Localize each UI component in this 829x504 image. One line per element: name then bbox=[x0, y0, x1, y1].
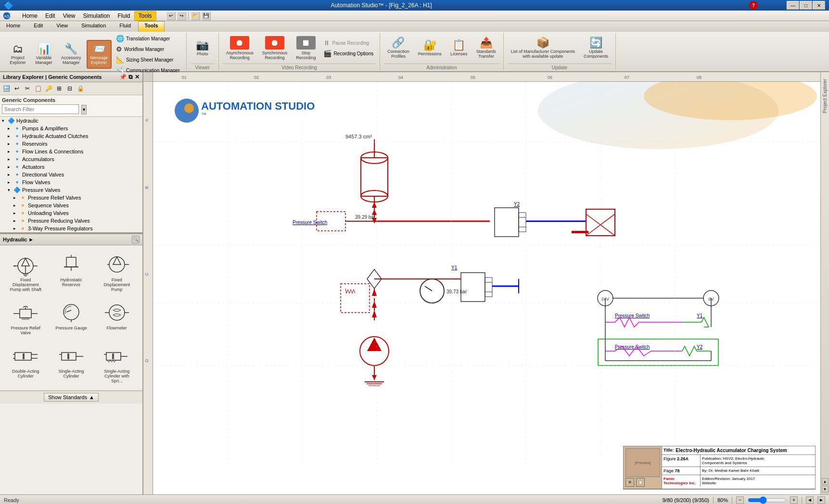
svg-text:39.29 bar: 39.29 bar bbox=[355, 214, 376, 220]
component-flowmeter[interactable]: Flowmeter bbox=[96, 298, 138, 338]
component-spring-cylinder[interactable]: Single-ActingCylinder with Spri... bbox=[96, 341, 138, 386]
library-close-icon[interactable]: ✕ bbox=[135, 74, 140, 80]
recording-options-btn[interactable]: 🎬 Recording Options bbox=[321, 49, 376, 58]
search-input[interactable] bbox=[2, 104, 79, 114]
svg-rect-80 bbox=[495, 208, 519, 237]
menu-home[interactable]: Home bbox=[18, 12, 41, 20]
message-explorer-btn[interactable]: 📨 MessageExplorer bbox=[87, 40, 112, 69]
scroll-up-btn[interactable]: ▲ bbox=[822, 478, 829, 485]
stop-recording-btn[interactable]: ⏹ StopRecording bbox=[293, 34, 319, 63]
tree-item-flow-valves[interactable]: ▸ 🔹 Flow Valves bbox=[0, 178, 142, 186]
statusbar: Ready 9/80 (9/200) (9/350) 80% − + ◄ ► bbox=[0, 494, 829, 504]
component-pressure-relief-valve[interactable]: Pressure ReliefValve bbox=[5, 298, 47, 338]
zoom-out-btn[interactable]: − bbox=[736, 496, 744, 504]
tree-item-clutches[interactable]: ▸ 🔹 Hydraulic Actuated Clutches bbox=[0, 132, 142, 140]
svg-point-30 bbox=[109, 305, 125, 320]
standards-transfer-btn[interactable]: 📤 StandardsTransfer bbox=[473, 34, 499, 63]
library-pin-icon[interactable]: 📌 bbox=[119, 74, 127, 80]
translation-manager-btn[interactable]: 🌐 Translation Manager bbox=[114, 34, 182, 43]
lib-btn-8[interactable]: 🔒 bbox=[76, 84, 85, 93]
lib-btn-6[interactable]: ⊞ bbox=[54, 84, 64, 93]
permissions-btn[interactable]: 🔐 Permissions bbox=[415, 34, 445, 63]
photo-btn[interactable]: 📷 Photo bbox=[191, 34, 215, 63]
tree-item-reducing[interactable]: ▸ 🔸 Pressure Reducing Valves bbox=[0, 217, 142, 225]
lib-btn-4[interactable]: 📋 bbox=[33, 84, 43, 93]
menu-edit[interactable]: Edit bbox=[41, 12, 59, 20]
tree-item-pumps[interactable]: ▸ 🔹 Pumps & Amplifiers bbox=[0, 125, 142, 132]
svg-text:AS: AS bbox=[4, 14, 10, 19]
redo-btn[interactable]: ↪ bbox=[177, 12, 186, 20]
tree-item-pressure-valves[interactable]: ▾ 🔷 Pressure Valves bbox=[0, 186, 142, 194]
tree-item-directional[interactable]: ▸ 🔹 Directional Valves bbox=[0, 171, 142, 178]
tree-item-sequence[interactable]: ▸ 🔸 Sequence Valves bbox=[0, 202, 142, 209]
undo-btn[interactable]: ↩ bbox=[166, 12, 176, 20]
component-double-cylinder[interactable]: Double-ActingCylinder bbox=[5, 341, 47, 386]
tree-item-unloading[interactable]: ▸ 🔸 Unloading Valves bbox=[0, 209, 142, 217]
lib-btn-5[interactable]: 🔑 bbox=[44, 84, 53, 93]
svg-rect-89 bbox=[572, 231, 588, 233]
lib-btn-2[interactable]: ↩ bbox=[12, 84, 22, 93]
project-explorer-btn[interactable]: 🗂 ProjectExplorer bbox=[6, 40, 30, 69]
update-components-btn[interactable]: 🔄 UpdateComponents bbox=[580, 34, 612, 63]
tab-simulation[interactable]: Simulation bbox=[75, 21, 112, 32]
ribbon-group-administration: 🔗 ConnectionProfiles 🔐 Permissions 📋 Lic… bbox=[380, 33, 504, 70]
tab-edit[interactable]: Edit bbox=[27, 21, 49, 32]
svg-rect-92 bbox=[485, 277, 492, 297]
menu-tools[interactable]: Tools bbox=[134, 11, 156, 21]
component-hydrostatic-reservoir[interactable]: HydrostaticReservoir bbox=[51, 250, 92, 294]
scroll-down-btn[interactable]: ▼ bbox=[822, 486, 829, 492]
scroll-right-btn[interactable]: ► bbox=[817, 496, 825, 504]
lib-btn-7[interactable]: ⊟ bbox=[65, 84, 75, 93]
tree-item-hydraulic[interactable]: ▾ 🔷 Hydraulic bbox=[0, 117, 142, 125]
licenses-btn[interactable]: 📋 Licenses bbox=[447, 34, 471, 63]
sizing-sheet-manager-btn[interactable]: 📐 Sizing Sheet Manager bbox=[114, 55, 182, 64]
connection-profiles-btn[interactable]: 🔗 ConnectionProfiles bbox=[384, 34, 413, 63]
maximize-btn[interactable]: □ bbox=[800, 1, 812, 10]
sync-recording-btn[interactable]: ⏺ SynchronousRecording bbox=[259, 34, 291, 63]
zoom-in-btn[interactable]: + bbox=[790, 496, 798, 504]
title-text: Automation Studio™ - [Fig_2_26A : H1] bbox=[13, 2, 749, 9]
menu-fluid[interactable]: Fluid bbox=[114, 12, 134, 20]
component-pressure-gauge[interactable]: Pressure Gauge bbox=[51, 298, 92, 338]
tab-tools[interactable]: Tools bbox=[138, 21, 165, 32]
svg-text:01: 01 bbox=[182, 75, 187, 80]
svg-text:Y2: Y2 bbox=[697, 344, 703, 350]
component-fixed-pump-shaft[interactable]: Fixed DisplacementPump with Shaft bbox=[5, 250, 47, 294]
save-btn[interactable]: 💾 bbox=[201, 12, 211, 20]
svg-marker-108 bbox=[367, 338, 382, 351]
tree-item-accumulators[interactable]: ▸ 🔹 Accumulators bbox=[0, 155, 142, 163]
show-standards-btn[interactable]: Show Standards ▲ bbox=[44, 393, 99, 402]
accessory-manager-btn[interactable]: 🔧 AccessoryManager bbox=[58, 40, 85, 69]
variable-manager-btn[interactable]: 📊 VariableManager bbox=[32, 40, 56, 69]
svg-text:05: 05 bbox=[471, 75, 475, 80]
right-panel-label[interactable]: Project Explorer bbox=[820, 77, 829, 115]
workflow-manager-btn[interactable]: ⚙ Workflow Manager bbox=[114, 44, 182, 54]
search-options-btn[interactable]: ▼ bbox=[81, 105, 87, 114]
menu-simulation[interactable]: Simulation bbox=[79, 12, 114, 20]
menu-view[interactable]: View bbox=[59, 12, 79, 20]
scroll-left-btn[interactable]: ◄ bbox=[806, 496, 814, 504]
zoom-slider[interactable] bbox=[748, 497, 786, 503]
async-recording-btn[interactable]: ⏺ AsynchronousRecording bbox=[223, 34, 257, 63]
tab-fluid[interactable]: Fluid bbox=[113, 21, 137, 32]
component-fixed-pump[interactable]: Fixed DisplacementPump bbox=[96, 250, 138, 294]
lib-btn-3[interactable]: ✂ bbox=[23, 84, 32, 93]
search-in-section-btn[interactable]: 🔍 bbox=[132, 236, 140, 243]
tree-item-reservoirs[interactable]: ▸ 🔹 Reservoirs bbox=[0, 140, 142, 148]
diagram-canvas[interactable]: AUTOMATION STUDIO ™ 9457.3 cm³ bbox=[153, 82, 820, 494]
lib-btn-1[interactable]: 🔙 bbox=[1, 84, 11, 93]
tree-item-relief[interactable]: ▸ 🔸 Pressure Relief Valves bbox=[0, 194, 142, 202]
tab-home[interactable]: Home bbox=[0, 21, 26, 32]
component-single-cylinder[interactable]: Single-ActingCylinder bbox=[51, 341, 92, 386]
tab-view[interactable]: View bbox=[50, 21, 74, 32]
library-float-icon[interactable]: ⧉ bbox=[128, 74, 133, 80]
minimize-btn[interactable]: — bbox=[787, 1, 799, 10]
svg-rect-38 bbox=[23, 353, 25, 359]
tree-item-flow-lines[interactable]: ▸ 🔹 Flow Lines & Connections bbox=[0, 148, 142, 155]
close-btn[interactable]: ✕ bbox=[813, 1, 825, 10]
tree-item-actuators[interactable]: ▸ 🔹 Actuators bbox=[0, 163, 142, 171]
open-btn[interactable]: 📂 bbox=[191, 12, 200, 20]
list-manufacturer-btn[interactable]: 📦 List of Manufacturer Componentswith av… bbox=[508, 34, 578, 63]
pause-recording-btn[interactable]: ⏸ Pause Recording bbox=[321, 38, 376, 48]
tree-item-3way[interactable]: ▸ 🔸 3-Way Pressure Regulators bbox=[0, 225, 142, 232]
